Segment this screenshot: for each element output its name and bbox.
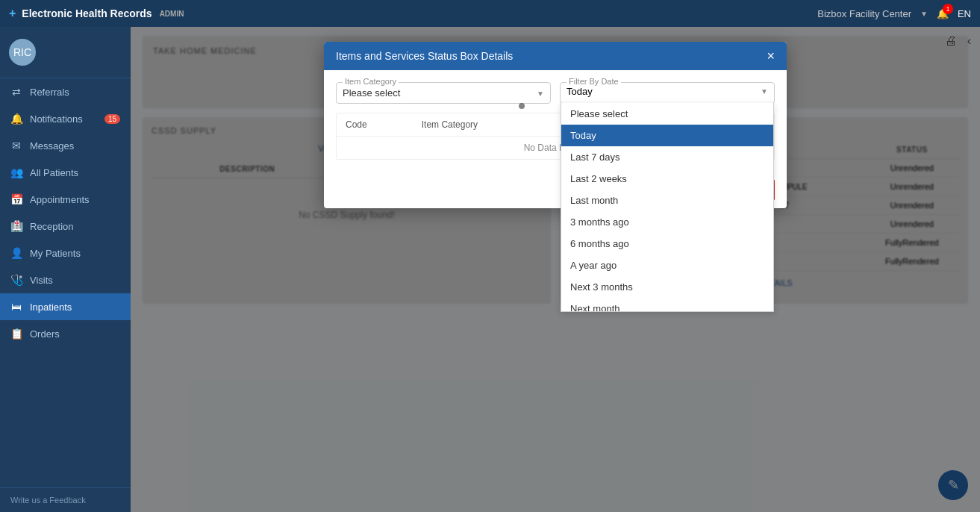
visits-icon: 🩺: [10, 274, 22, 286]
modal-body: Item Category Please select ▼ Filter By …: [324, 70, 787, 172]
reception-icon: 🏥: [10, 220, 22, 232]
app-subtitle: ADMIN: [160, 10, 184, 18]
orders-icon: 📋: [10, 328, 22, 340]
dropdown-option-a-year-ago[interactable]: A year ago: [561, 255, 773, 276]
filter-by-date-value: Today: [567, 86, 593, 97]
app-body: RIC ⇄ Referrals 🔔 Notifications 15 ✉ Mes…: [0, 27, 980, 512]
sidebar-label-messages: Messages: [30, 140, 74, 152]
dropdown-option-today[interactable]: Today: [561, 125, 773, 146]
referrals-icon: ⇄: [10, 86, 22, 98]
modal-overlay: Items and Services Status Box Details × …: [131, 27, 980, 512]
sidebar-footer[interactable]: Write us a Feedback: [0, 487, 131, 512]
item-category-group: Item Category Please select ▼: [336, 82, 551, 104]
main-content: TAKE HOME MEDICINE ℹ No Take Home Medici…: [131, 27, 980, 512]
facility-name: Bizbox Facility Center: [817, 8, 911, 19]
item-category-select[interactable]: Please select: [343, 86, 544, 100]
facility-dropdown-arrow[interactable]: ▼: [920, 10, 928, 18]
dropdown-option-last-2-weeks[interactable]: Last 2 weeks: [561, 168, 773, 190]
sidebar-label-referrals: Referrals: [30, 87, 69, 98]
sidebar-item-referrals[interactable]: ⇄ Referrals: [0, 78, 131, 105]
top-nav-right: Bizbox Facility Center ▼ 🔔 1 EN: [817, 8, 971, 19]
filter-by-date-group: Filter By Date Today ▼ Please selectToda…: [560, 82, 775, 104]
notifications-icon: 🔔: [10, 113, 22, 125]
top-nav: + Electronic Health Records ADMIN Bizbox…: [0, 0, 980, 27]
form-row: Item Category Please select ▼ Filter By …: [336, 82, 775, 104]
item-category-label: Item Category: [343, 77, 399, 86]
dropdown-option-next-month[interactable]: Next month: [561, 298, 773, 312]
sidebar-label-orders: Orders: [30, 328, 60, 340]
feedback-link[interactable]: Write us a Feedback: [10, 496, 86, 505]
inpatients-icon: 🛏: [10, 301, 22, 313]
sidebar-item-visits[interactable]: 🩺 Visits: [0, 266, 131, 293]
modal-dialog: Items and Services Status Box Details × …: [324, 42, 787, 208]
sidebar: RIC ⇄ Referrals 🔔 Notifications 15 ✉ Mes…: [0, 27, 131, 512]
sidebar-label-inpatients: Inpatients: [30, 302, 72, 313]
notification-badge: 1: [943, 4, 953, 14]
filter-by-date-arrow-icon: ▼: [761, 87, 768, 96]
app-title: Electronic Health Records: [22, 7, 152, 19]
avatar: RIC: [9, 39, 36, 66]
sidebar-label-appointments: Appointments: [30, 194, 90, 205]
sidebar-label-all-patients: All Patients: [30, 167, 78, 178]
sidebar-item-notifications[interactable]: 🔔 Notifications 15: [0, 105, 131, 132]
notifications-badge: 15: [104, 114, 120, 124]
sidebar-label-my-patients: My Patients: [30, 248, 81, 259]
app-logo: + Electronic Health Records ADMIN: [9, 7, 184, 20]
sidebar-label-notifications: Notifications: [30, 113, 83, 125]
filter-by-date-trigger[interactable]: Today ▼: [567, 86, 768, 97]
sidebar-item-my-patients[interactable]: 👤 My Patients: [0, 240, 131, 266]
modal-header: Items and Services Status Box Details ×: [324, 42, 787, 70]
sidebar-item-messages[interactable]: ✉ Messages: [0, 132, 131, 159]
dropdown-option-please-select[interactable]: Please select: [561, 103, 773, 125]
dropdown-option-last-month[interactable]: Last month: [561, 190, 773, 211]
sidebar-item-all-patients[interactable]: 👥 All Patients: [0, 159, 131, 186]
sidebar-item-orders[interactable]: 📋 Orders: [0, 320, 131, 347]
sidebar-item-reception[interactable]: 🏥 Reception: [0, 213, 131, 240]
dropdown-option-next-3-months[interactable]: Next 3 months: [561, 276, 773, 298]
sidebar-user: RIC: [0, 27, 131, 78]
appointments-icon: 📅: [10, 193, 22, 205]
date-filter-dropdown: Please selectTodayLast 7 daysLast 2 week…: [561, 103, 774, 312]
dropdown-option-last-7-days[interactable]: Last 7 days: [561, 146, 773, 168]
sidebar-label-visits: Visits: [30, 275, 53, 286]
sidebar-item-appointments[interactable]: 📅 Appointments: [0, 186, 131, 213]
dropdown-option-6-months-ago[interactable]: 6 months ago: [561, 233, 773, 255]
modal-title: Items and Services Status Box Details: [336, 50, 513, 62]
all-patients-icon: 👥: [10, 166, 22, 178]
notification-bell[interactable]: 🔔 1: [937, 8, 949, 19]
filter-by-date-label: Filter By Date: [567, 77, 621, 86]
modal-close-x-button[interactable]: ×: [767, 49, 775, 63]
language-selector[interactable]: EN: [958, 8, 971, 19]
plus-icon: +: [9, 7, 16, 20]
my-patients-icon: 👤: [10, 247, 22, 259]
dropdown-option-3-months-ago[interactable]: 3 months ago: [561, 211, 773, 233]
sidebar-label-reception: Reception: [30, 221, 74, 232]
sidebar-nav: ⇄ Referrals 🔔 Notifications 15 ✉ Message…: [0, 78, 131, 487]
messages-icon: ✉: [10, 140, 22, 152]
sidebar-item-inpatients[interactable]: 🛏 Inpatients: [0, 293, 131, 320]
modal-col-code: Code: [337, 113, 413, 137]
modal-col-item-category: Item Category: [413, 113, 556, 137]
